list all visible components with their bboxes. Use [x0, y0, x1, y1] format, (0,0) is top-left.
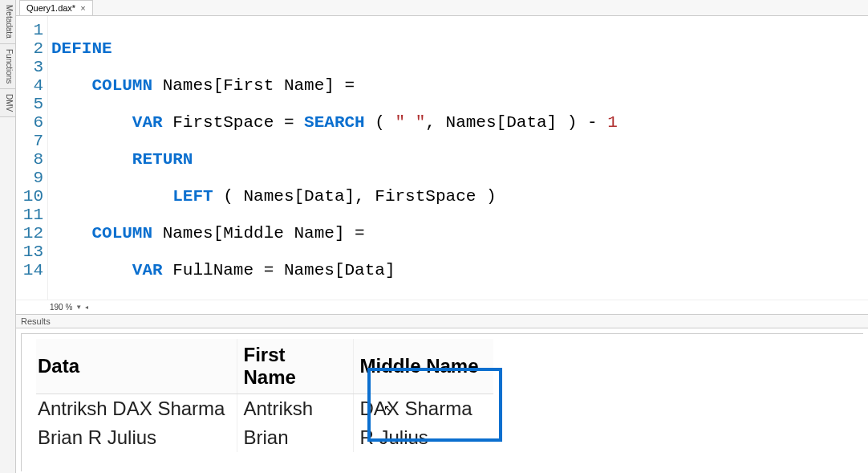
line-number: 6 — [16, 113, 43, 132]
file-tab-label: Query1.dax* — [26, 3, 75, 13]
line-number: 7 — [16, 132, 43, 150]
table-row[interactable]: Brian R Julius Brian R Julius — [36, 423, 493, 452]
cell-first: Antriksh — [237, 394, 353, 424]
line-number: 11 — [16, 206, 43, 224]
column-header-middlename[interactable]: Middle Name — [353, 339, 493, 394]
close-icon[interactable]: × — [80, 4, 85, 13]
line-number-gutter: 1 2 3 4 5 6 7 8 9 10 11 12 13 14 — [16, 16, 48, 300]
table-header-row: Data First Name Middle Name — [36, 339, 493, 394]
chevron-down-icon[interactable]: ▼ — [75, 304, 82, 311]
line-number: 8 — [16, 150, 43, 169]
line-number: 9 — [16, 169, 43, 187]
col-ref: Names[Data] — [446, 113, 558, 132]
cell-data: Brian R Julius — [36, 423, 237, 452]
fn-left: LEFT — [172, 187, 213, 206]
code-editor[interactable]: 1 2 3 4 5 6 7 8 9 10 11 12 13 14 DEFINE … — [16, 16, 868, 300]
num: 1 — [607, 113, 618, 132]
column-header-data[interactable]: Data — [36, 339, 237, 394]
col-ref: Names[Data] — [284, 261, 395, 279]
side-tab-functions[interactable]: Functions — [0, 44, 15, 89]
kw-var: VAR — [132, 113, 163, 132]
main-area: Query1.dax* × 1 2 3 4 5 6 7 8 9 10 11 12… — [16, 0, 868, 473]
line-number: 3 — [16, 58, 43, 76]
kw-return: RETURN — [132, 150, 193, 169]
str: " " — [395, 113, 426, 132]
kw-column: COLUMN — [91, 224, 152, 243]
cell-data: Antriksh DAX Sharma — [36, 394, 237, 424]
cell-first: Brian — [237, 423, 353, 452]
app-root: Metadata Functions DMV Query1.dax* × 1 2… — [0, 0, 868, 473]
var: FirstSpace — [172, 113, 274, 132]
fn-search: SEARCH — [304, 113, 365, 132]
line-number: 1 — [16, 21, 43, 39]
chevron-left-icon[interactable]: ◂ — [85, 304, 88, 311]
var: FirstSpace — [375, 187, 476, 206]
col-ref: Names[First Name] — [294, 298, 465, 300]
code-body[interactable]: DEFINE COLUMN Names[First Name] = VAR Fi… — [48, 16, 667, 300]
document-tab-strip: Query1.dax* × — [16, 0, 868, 16]
side-tab-strip: Metadata Functions DMV — [0, 0, 16, 473]
zoom-value: 190 % — [50, 303, 72, 312]
kw-column: COLUMN — [91, 76, 152, 95]
col-ref: Names[Data] — [243, 187, 355, 206]
results-table[interactable]: Data First Name Middle Name Antriksh DAX… — [36, 339, 493, 452]
file-tab-query1[interactable]: Query1.dax* × — [19, 0, 93, 15]
var: FirstName — [172, 298, 263, 300]
line-number: 2 — [16, 39, 43, 58]
var: FullName — [172, 261, 254, 279]
side-tab-dmv[interactable]: DMV — [0, 89, 15, 117]
table-row[interactable]: Antriksh DAX Sharma Antriksh DAX Sharma — [36, 394, 493, 424]
results-panel: Data First Name Middle Name Antriksh DAX… — [16, 328, 868, 473]
results-grid-wrap: Data First Name Middle Name Antriksh DAX… — [21, 333, 863, 471]
line-number: 10 — [16, 187, 43, 206]
side-tab-metadata[interactable]: Metadata — [0, 0, 15, 44]
line-number: 4 — [16, 76, 43, 95]
col-ref: Names[First Name] — [163, 76, 335, 95]
line-number: 13 — [16, 243, 43, 261]
cell-middle: DAX Sharma — [353, 394, 493, 424]
line-number: 5 — [16, 95, 43, 113]
column-header-firstname[interactable]: First Name — [237, 339, 353, 394]
kw-var: VAR — [132, 298, 163, 300]
zoom-indicator[interactable]: 190 % ▼ ◂ — [16, 300, 868, 314]
line-number: 14 — [16, 261, 43, 279]
kw-var: VAR — [132, 261, 163, 279]
kw-define: DEFINE — [51, 39, 112, 58]
results-panel-header[interactable]: Results — [16, 314, 868, 328]
col-ref: Names[Middle Name] — [163, 224, 345, 243]
cell-middle: R Julius — [353, 423, 493, 452]
line-number: 12 — [16, 224, 43, 243]
